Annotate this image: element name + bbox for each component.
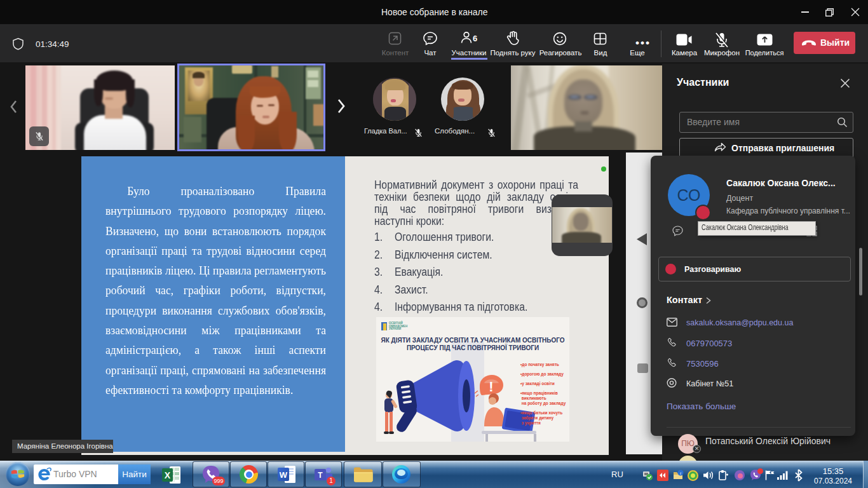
svg-text:i: i — [680, 471, 681, 476]
svg-text:!: ! — [489, 379, 493, 395]
svg-text:T: T — [318, 471, 323, 480]
svg-text:W: W — [280, 470, 288, 480]
svg-text:X: X — [165, 470, 171, 480]
